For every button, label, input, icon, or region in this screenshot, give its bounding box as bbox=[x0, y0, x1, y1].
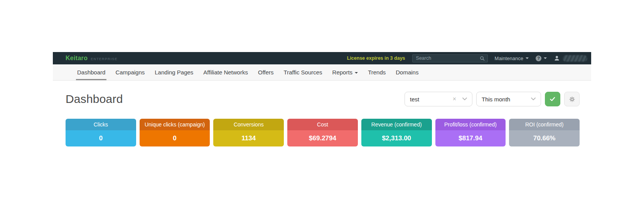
stat-card-label: ROI (confirmed) bbox=[525, 121, 564, 128]
stat-card-label: Conversions bbox=[234, 121, 264, 128]
user-icon bbox=[554, 55, 560, 61]
clear-filter-icon[interactable]: × bbox=[453, 96, 456, 102]
top-bar: Keitaro ENTERPRISE License expires in 3 … bbox=[53, 52, 591, 64]
stat-card-body: 0 bbox=[140, 130, 210, 146]
stat-card-value: 0 bbox=[173, 135, 176, 142]
page: Keitaro ENTERPRISE License expires in 3 … bbox=[53, 52, 591, 146]
search-box[interactable] bbox=[412, 54, 488, 62]
stat-card-body: 1134 bbox=[213, 130, 284, 146]
campaign-filter-select[interactable]: test × bbox=[405, 92, 472, 106]
stat-card-value: $2,313.00 bbox=[382, 135, 411, 142]
maintenance-label: Maintenance bbox=[495, 56, 523, 61]
stat-card-value: $69.2794 bbox=[309, 135, 336, 142]
brand[interactable]: Keitaro ENTERPRISE bbox=[66, 55, 118, 62]
chevron-down-icon bbox=[462, 98, 467, 101]
settings-button[interactable] bbox=[564, 92, 580, 106]
stat-card-value: 1134 bbox=[241, 135, 256, 142]
topbar-right: License expires in 3 days Maintenance ? bbox=[347, 54, 587, 62]
stat-card-label: Revenue (confirmed) bbox=[371, 121, 422, 128]
stat-card-body: $69.2794 bbox=[287, 130, 358, 146]
stat-card-header: Unique clicks (campaign) bbox=[140, 119, 210, 130]
nav-item-label: Campaigns bbox=[115, 69, 145, 76]
stat-card: Revenue (confirmed) $2,313.00 bbox=[361, 119, 432, 146]
nav-item[interactable]: Landing Pages bbox=[150, 64, 198, 80]
date-range-value: This month bbox=[482, 96, 531, 103]
page-title: Dashboard bbox=[66, 93, 123, 106]
stat-card-body: $2,313.00 bbox=[361, 130, 432, 146]
nav-item[interactable]: Reports bbox=[327, 64, 363, 80]
stat-card-header: Conversions bbox=[213, 119, 284, 130]
campaign-filter-value: test bbox=[410, 96, 453, 103]
gear-icon bbox=[569, 96, 575, 102]
stat-card-value: 0 bbox=[99, 135, 103, 142]
nav-item-label: Dashboard bbox=[77, 69, 105, 76]
nav-item-label: Trends bbox=[368, 69, 386, 76]
caret-down-icon bbox=[526, 57, 529, 59]
edition-label: ENTERPRISE bbox=[91, 57, 118, 61]
nav-item-label: Traffic Sources bbox=[284, 69, 322, 76]
stat-card: Clicks 0 bbox=[66, 119, 136, 146]
caret-down-icon bbox=[355, 72, 358, 74]
nav-item[interactable]: Campaigns bbox=[110, 64, 150, 80]
maintenance-menu[interactable]: Maintenance bbox=[495, 56, 529, 61]
stat-card-header: Revenue (confirmed) bbox=[361, 119, 432, 130]
stat-card: Conversions 1134 bbox=[213, 119, 284, 146]
page-header-row: Dashboard test × This month bbox=[66, 91, 580, 108]
stat-card-label: Clicks bbox=[94, 121, 108, 128]
stat-card-value: 70.66% bbox=[533, 135, 556, 142]
stat-card-value: $817.94 bbox=[459, 135, 482, 142]
stat-card-header: Profit/loss (confirmed) bbox=[435, 119, 506, 130]
user-name-redacted bbox=[563, 55, 587, 62]
nav-item-label: Affiliate Networks bbox=[203, 69, 248, 76]
stat-card-header: Clicks bbox=[66, 119, 136, 130]
filters: test × This month bbox=[405, 92, 580, 106]
caret-down-icon bbox=[544, 57, 547, 59]
stat-card: Cost $69.2794 bbox=[287, 119, 358, 146]
keitaro-logo[interactable]: Keitaro bbox=[66, 55, 88, 62]
nav-item[interactable]: Dashboard bbox=[72, 64, 110, 80]
stat-card-body: $817.94 bbox=[435, 130, 506, 146]
stats-row: Clicks 0 Unique clicks (campaign) 0 bbox=[66, 119, 580, 146]
main-nav: Dashboard Campaigns Landing Pages Affili… bbox=[53, 64, 591, 81]
stat-card: ROI (confirmed) 70.66% bbox=[509, 119, 580, 146]
stat-card-header: ROI (confirmed) bbox=[509, 119, 580, 130]
search-input[interactable] bbox=[415, 55, 480, 61]
stat-card-body: 70.66% bbox=[509, 130, 580, 146]
search-icon[interactable] bbox=[480, 56, 485, 61]
nav-item[interactable]: Offers bbox=[253, 64, 279, 80]
nav-item[interactable]: Domains bbox=[391, 64, 423, 80]
nav-item[interactable]: Trends bbox=[363, 64, 391, 80]
user-menu[interactable] bbox=[554, 55, 587, 62]
stat-card: Profit/loss (confirmed) $817.94 bbox=[435, 119, 506, 146]
nav-item-label: Reports bbox=[332, 69, 353, 76]
nav-item[interactable]: Traffic Sources bbox=[279, 64, 327, 80]
dashboard-content: Dashboard test × This month bbox=[53, 91, 591, 146]
license-warning: License expires in 3 days bbox=[347, 56, 405, 61]
stat-card-label: Profit/loss (confirmed) bbox=[444, 121, 497, 128]
stat-card-header: Cost bbox=[287, 119, 358, 130]
stat-card-body: 0 bbox=[66, 130, 136, 146]
check-icon bbox=[550, 96, 556, 102]
apply-button[interactable] bbox=[545, 92, 560, 106]
stat-card-label: Unique clicks (campaign) bbox=[145, 121, 205, 128]
nav-item-label: Offers bbox=[258, 69, 274, 76]
stat-card-label: Cost bbox=[317, 121, 328, 128]
help-icon: ? bbox=[536, 56, 541, 61]
date-range-select[interactable]: This month bbox=[476, 92, 541, 106]
nav-item[interactable]: Affiliate Networks bbox=[198, 64, 253, 80]
nav-item-label: Domains bbox=[396, 69, 418, 76]
chevron-down-icon bbox=[531, 98, 536, 101]
stat-card: Unique clicks (campaign) 0 bbox=[140, 119, 210, 146]
nav-item-label: Landing Pages bbox=[155, 69, 193, 76]
help-menu[interactable]: ? bbox=[536, 56, 547, 61]
